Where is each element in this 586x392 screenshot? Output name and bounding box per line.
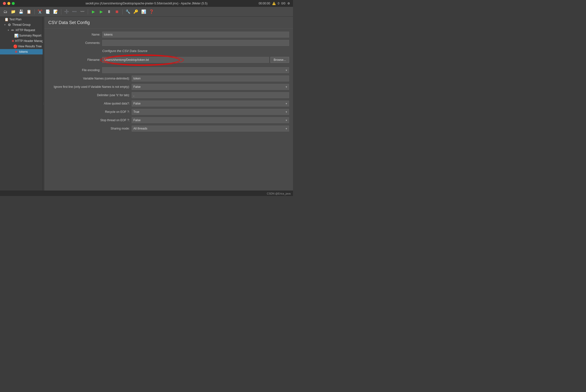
traffic-lights[interactable] [3,2,15,5]
tree-label-view-results-tree: View Results Tree [18,45,42,48]
variable-names-label: Variable Names (comma-delimited): [48,77,132,80]
tree-item-http-header-manager[interactable]: ✖ HTTP Header Manager [0,38,43,44]
allow-quoted-label: Allow quoted data?: [48,102,132,105]
tree-item-test-plan[interactable]: 📋 Test Plan [0,17,43,22]
ignore-first-line-row: Ignore first line (only used if Variable… [48,84,289,90]
separator-3 [88,9,88,14]
main-layout: 📋 Test Plan ▼ ⚙ Thread Group ▼ ✏ HTTP Re… [0,17,293,190]
new-button[interactable]: 🗂 [2,8,9,15]
summary-report-icon: 📊 [14,34,18,38]
save-as-button[interactable]: 📋 [25,8,32,15]
stop-button[interactable]: ⏹ [113,8,120,15]
status-bar: CSDN @Erica_java [0,190,293,196]
maximize-button[interactable] [12,2,15,5]
help-button[interactable]: ❓ [148,8,155,15]
timer-display: 00:00:00 [259,2,270,5]
warning-icon: ⚠️ [272,2,276,5]
variable-names-row: Variable Names (comma-delimited): [48,75,289,82]
run-no-pause-button[interactable]: ▶ [98,8,105,15]
recycle-eof-row: Recycle on EOF ?: True False ▼ [48,109,289,115]
thread-group-arrow: ▼ [4,24,6,26]
sharing-mode-row: Sharing mode: All threads Current thread… [48,125,289,132]
file-encoding-label: File encoding: [48,68,102,72]
error-count: 0/0 [281,2,285,5]
tree-item-http-request[interactable]: ▼ ✏ HTTP Request [0,28,43,33]
filename-input[interactable] [102,57,269,63]
filename-label: Filename: [48,58,102,62]
content-panel: CSV Data Set Config Name: Comments: Conf… [44,17,293,190]
recycle-eof-label: Recycle on EOF ?: [48,110,132,114]
stop-thread-row: Stop thread on EOF ?: False True ▼ [48,117,289,124]
http-request-icon: ✏ [10,28,15,32]
copy-button[interactable]: 📑 [44,8,51,15]
delimiter-input[interactable] [132,92,289,98]
panel-title: CSV Data Set Config [44,17,293,28]
recycle-eof-select-wrapper: True False ▼ [132,109,289,115]
ignore-first-line-select-wrapper: False True ▼ [132,84,289,90]
file-encoding-select[interactable] [102,67,289,73]
minimize-button[interactable] [7,2,10,5]
test-plan-icon: 📋 [4,18,8,21]
tree-item-tokens[interactable]: ✖ tokens [0,49,43,54]
name-row: Name: [48,32,289,38]
ignore-first-line-select[interactable]: False True [132,84,289,90]
allow-quoted-row: Allow quoted data?: False True ▼ [48,100,289,107]
view-results-icon: 🔴 [13,44,17,48]
settings-icon[interactable]: ⚙ [287,2,290,5]
name-label: Name: [48,33,102,36]
separator-2 [61,9,61,14]
tools-button[interactable]: 🔧 [124,8,131,15]
sharing-mode-label: Sharing mode: [48,127,132,130]
run-button[interactable]: ▶ [90,8,97,15]
tree-item-summary-report[interactable]: 📊 Summary Report [0,33,43,38]
tree-label-http-request: HTTP Request [16,28,35,32]
thread-group-icon: ⚙ [7,23,11,27]
open-button[interactable]: 📁 [10,8,17,15]
tree-label-summary-report: Summary Report [19,34,41,37]
file-encoding-row: File encoding: ▼ [48,67,289,73]
stop-thread-select-wrapper: False True ▼ [132,117,289,123]
toolbar: 🗂 📁 💾 📋 ✂️ 📑 📝 ➕ ➖ 〰 ▶ ▶ ⏸ ⏹ 🔧 🔑 📊 ❓ [0,7,293,17]
delimiter-row: Delimiter (use '\t' for tab): [48,92,289,98]
name-input[interactable] [102,32,289,38]
tokens-icon: ✖ [14,50,18,54]
http-header-icon: ✖ [11,39,14,43]
comments-row: Comments: [48,40,289,46]
add-button[interactable]: ➕ [63,8,70,15]
tree-item-view-results-tree[interactable]: 🔴 View Results Tree [0,44,43,49]
paste-button[interactable]: 📝 [52,8,59,15]
pause-button[interactable]: ⏸ [106,8,112,15]
tree-label-tokens: tokens [19,50,28,54]
stop-thread-select[interactable]: False True [132,117,289,123]
close-button[interactable] [3,2,6,5]
file-encoding-select-wrapper: ▼ [102,67,289,73]
key-button[interactable]: 🔑 [132,8,139,15]
form-section: Name: Comments: Configure the CSV Data S… [44,28,293,137]
tree-label-thread-group: Thread Group [12,23,31,26]
chart-button[interactable]: 📊 [140,8,147,15]
filename-row: Filename: Browse... [48,57,289,63]
warning-count: 0 [278,2,280,5]
reset-button[interactable]: 〰 [79,8,86,15]
recycle-eof-select[interactable]: True False [132,109,289,115]
separator-1 [34,9,34,14]
browse-button[interactable]: Browse... [270,57,289,63]
delimiter-label: Delimiter (use '\t' for tab): [48,94,132,97]
cut-button[interactable]: ✂️ [36,8,43,15]
allow-quoted-select[interactable]: False True [132,100,289,106]
sidebar: 📋 Test Plan ▼ ⚙ Thread Group ▼ ✏ HTTP Re… [0,17,43,190]
filename-wrapper [102,57,269,63]
config-section-header: Configure the CSV Data Source [102,48,147,55]
comments-label: Comments: [48,41,102,45]
tree-label-test-plan: Test Plan [9,18,21,21]
tree-item-thread-group[interactable]: ▼ ⚙ Thread Group [0,22,43,28]
window-title: seckill.jmx (/Users/shentong/Desktop/apa… [85,2,208,5]
comments-input[interactable] [102,40,289,46]
sharing-mode-select-wrapper: All threads Current thread group Current… [132,126,289,132]
sharing-mode-select[interactable]: All threads Current thread group Current… [132,126,289,132]
separator-4 [122,9,123,14]
save-button[interactable]: 💾 [18,8,24,15]
remove-button[interactable]: ➖ [71,8,78,15]
variable-names-input[interactable] [132,76,289,82]
title-bar-right: 00:00:00 ⚠️ 0 0/0 ⚙ [259,2,290,5]
